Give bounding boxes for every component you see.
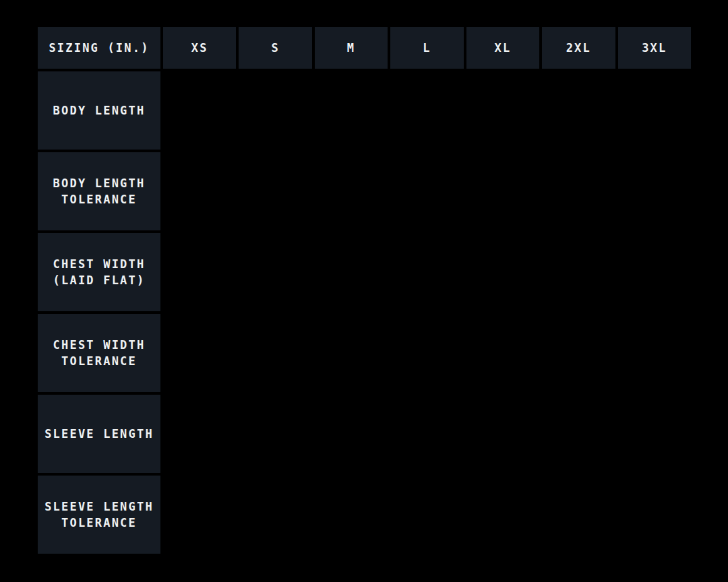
empty-data-area	[163, 395, 691, 473]
column-header-xs: XS	[163, 27, 236, 69]
column-header-2xl-label: 2XL	[566, 40, 591, 56]
column-header-2xl: 2XL	[542, 27, 615, 69]
row-header-label: SLEEVE LENGTH TOLERANCE	[42, 498, 156, 531]
column-header-l-label: L	[423, 40, 431, 56]
empty-data-area	[163, 233, 691, 311]
table-row-body-length-tolerance: BODY LENGTH TOLERANCE	[38, 152, 691, 230]
empty-data-area	[163, 152, 691, 230]
row-header-chest-width: CHEST WIDTH (LAID FLAT)	[38, 233, 160, 311]
corner-header-sizing: SIZING (IN.)	[38, 27, 160, 69]
column-header-3xl-label: 3XL	[642, 40, 667, 56]
empty-data-area	[163, 476, 691, 554]
row-header-sleeve-length: SLEEVE LENGTH	[38, 395, 160, 473]
row-header-label: BODY LENGTH TOLERANCE	[42, 175, 156, 207]
row-header-label: BODY LENGTH	[53, 102, 146, 119]
row-header-label: CHEST WIDTH (LAID FLAT)	[42, 256, 156, 288]
corner-header-label: SIZING (IN.)	[49, 40, 149, 56]
row-header-chest-width-tolerance: CHEST WIDTH TOLERANCE	[38, 314, 160, 392]
column-header-m-label: M	[347, 40, 355, 56]
column-header-xs-label: XS	[191, 40, 208, 56]
sizing-table-header-row: SIZING (IN.) XS S M L XL 2XL 3XL	[38, 27, 691, 69]
row-header-body-length-tolerance: BODY LENGTH TOLERANCE	[38, 152, 160, 230]
sizing-table: SIZING (IN.) XS S M L XL 2XL 3XL	[38, 27, 691, 554]
column-header-s: S	[239, 27, 311, 69]
table-row-sleeve-length: SLEEVE LENGTH	[38, 395, 691, 473]
column-header-xl-label: XL	[494, 40, 511, 56]
empty-data-area	[163, 71, 691, 150]
row-header-body-length: BODY LENGTH	[38, 71, 160, 150]
column-header-s-label: S	[271, 40, 279, 56]
row-header-label: CHEST WIDTH TOLERANCE	[42, 337, 156, 369]
row-header-sleeve-length-tolerance: SLEEVE LENGTH TOLERANCE	[38, 476, 160, 554]
table-row-body-length: BODY LENGTH	[38, 71, 691, 150]
column-header-l: L	[390, 27, 463, 69]
table-row-chest-width-tolerance: CHEST WIDTH TOLERANCE	[38, 314, 691, 392]
empty-data-area	[163, 314, 691, 392]
page-background: SIZING (IN.) XS S M L XL 2XL 3XL	[0, 0, 728, 582]
table-row-sleeve-length-tolerance: SLEEVE LENGTH TOLERANCE	[38, 476, 691, 554]
table-row-chest-width: CHEST WIDTH (LAID FLAT)	[38, 233, 691, 311]
column-header-m: M	[315, 27, 388, 69]
column-header-3xl: 3XL	[618, 27, 691, 69]
column-header-xl: XL	[466, 27, 539, 69]
row-header-label: SLEEVE LENGTH	[44, 426, 154, 442]
